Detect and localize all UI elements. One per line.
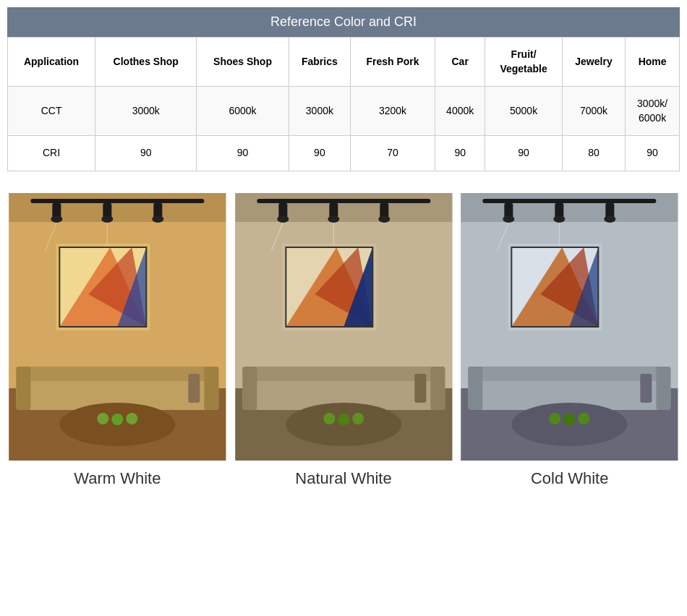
svg-point-66 (554, 215, 566, 223)
image-card-warm: Warm White (7, 193, 228, 488)
table-row-cct: CCT 3000k 6000k 3000k 3200k 4000k 5000k … (8, 87, 680, 136)
col-header-home: Home (626, 38, 680, 87)
svg-rect-1 (9, 193, 226, 222)
svg-point-9 (101, 215, 113, 223)
svg-point-55 (352, 413, 364, 424)
svg-point-54 (338, 414, 349, 425)
svg-point-40 (378, 215, 390, 223)
svg-rect-61 (483, 199, 657, 203)
svg-rect-27 (188, 374, 200, 403)
svg-point-82 (564, 414, 576, 425)
cell-cct-clothes: 3000k (95, 87, 197, 136)
room-image-cold (459, 193, 680, 461)
cell-cri-fruit: 90 (485, 136, 562, 171)
images-section: Warm White (0, 186, 687, 502)
col-header-car: Car (435, 38, 485, 87)
col-header-fabrics: Fabrics (289, 38, 350, 87)
cell-cct-freshpork: 3200k (351, 87, 435, 136)
cell-cri-freshpork: 70 (351, 136, 435, 171)
svg-rect-4 (30, 199, 204, 203)
svg-point-24 (97, 413, 108, 424)
svg-point-69 (605, 215, 616, 223)
svg-point-12 (152, 215, 163, 223)
svg-rect-22 (204, 367, 218, 410)
cell-cct-fruit: 5000k (485, 87, 562, 136)
row-label-cct: CCT (8, 87, 95, 136)
cell-cct-jewelry: 7000k (562, 87, 625, 136)
row-label-cri: CRI (8, 136, 95, 171)
svg-point-34 (277, 215, 289, 223)
col-header-shoes: Shoes Shop (197, 38, 289, 87)
col-header-fruit: Fruit/Vegetable (485, 38, 562, 87)
svg-point-53 (323, 413, 335, 424)
col-header-clothes: Clothes Shop (95, 38, 197, 87)
cell-cri-car: 90 (435, 136, 485, 171)
svg-point-63 (503, 215, 515, 223)
svg-point-26 (126, 413, 137, 424)
cell-cri-clothes: 90 (95, 136, 197, 171)
svg-rect-84 (641, 374, 652, 403)
cell-cct-car: 4000k (435, 87, 485, 136)
svg-point-25 (111, 414, 123, 425)
cell-cri-home: 90 (626, 136, 680, 171)
svg-point-37 (328, 215, 339, 223)
svg-rect-51 (430, 367, 445, 410)
room-image-warm (7, 193, 228, 461)
svg-rect-79 (657, 367, 671, 410)
col-header-jewelry: Jewelry (562, 38, 625, 87)
image-label-natural: Natural White (295, 469, 391, 488)
svg-point-81 (550, 413, 561, 424)
svg-rect-29 (235, 193, 452, 222)
col-header-application: Application (8, 38, 95, 87)
svg-rect-56 (414, 374, 426, 403)
svg-rect-58 (461, 193, 678, 222)
reference-table: Application Clothes Shop Shoes Shop Fabr… (7, 37, 680, 171)
svg-point-6 (51, 215, 62, 223)
cell-cct-fabrics: 3000k (289, 87, 350, 136)
svg-rect-21 (16, 367, 30, 410)
image-card-natural: Natural White (234, 193, 454, 488)
table-row-cri: CRI 90 90 90 70 90 90 80 90 (8, 136, 680, 171)
svg-rect-78 (469, 367, 483, 410)
cell-cct-shoes: 6000k (197, 87, 289, 136)
col-header-freshpork: Fresh Pork (351, 38, 435, 87)
table-section: Reference Color and CRI Application Clot… (0, 0, 687, 186)
table-title: Reference Color and CRI (7, 7, 680, 37)
svg-rect-50 (242, 367, 257, 410)
cell-cct-home: 3000k/6000k (626, 87, 680, 136)
image-label-warm: Warm White (74, 469, 161, 488)
svg-point-83 (579, 413, 590, 424)
room-image-natural (234, 193, 454, 461)
images-row: Warm White (7, 193, 680, 488)
image-label-cold: Cold White (531, 469, 609, 488)
svg-rect-32 (257, 199, 430, 203)
image-card-cold: Cold White (459, 193, 680, 488)
cell-cri-shoes: 90 (197, 136, 289, 171)
cell-cri-fabrics: 90 (289, 136, 350, 171)
table-header-row: Application Clothes Shop Shoes Shop Fabr… (8, 38, 680, 87)
cell-cri-jewelry: 80 (562, 136, 625, 171)
